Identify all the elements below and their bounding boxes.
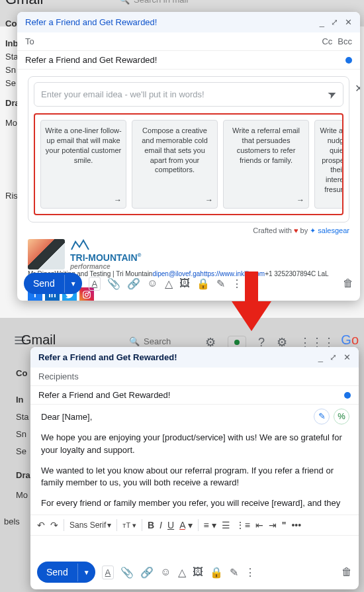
- score-icon[interactable]: %: [334, 409, 349, 424]
- italic-icon[interactable]: I: [159, 520, 162, 530]
- drive-icon[interactable]: △: [165, 277, 173, 290]
- close-icon[interactable]: ✕: [343, 352, 351, 362]
- attach-icon[interactable]: 📎: [107, 277, 120, 290]
- arrow-right-icon: →: [205, 195, 213, 205]
- subject-row[interactable]: Refer a Friend and Get Rewarded!: [17, 51, 360, 70]
- lock-icon[interactable]: 🔒: [197, 277, 210, 290]
- gmail-logo: Gmail: [21, 332, 56, 348]
- compose-header[interactable]: Refer a Friend and Get Rewarded! _ ⤢ ✕: [17, 12, 360, 32]
- red-arrow-annotation: [228, 271, 275, 333]
- sidebar-snoozed: Sn: [5, 65, 16, 75]
- indent-more-icon[interactable]: ⇥: [269, 520, 277, 530]
- quote-icon[interactable]: ": [282, 520, 287, 530]
- text-format-toggle-icon[interactable]: A: [102, 566, 114, 579]
- sidebar-inbox: In: [16, 395, 24, 405]
- send-idea-icon[interactable]: ➤: [326, 87, 339, 102]
- gmail-logo: Gmail: [5, 0, 43, 8]
- indent-less-icon[interactable]: ⇤: [255, 520, 263, 530]
- subject-text: Refer a Friend and Get Rewarded!: [25, 55, 157, 65]
- close-panel-icon[interactable]: ✕: [355, 82, 360, 95]
- minimize-icon[interactable]: _: [318, 352, 323, 362]
- sidebar-compose: Co: [5, 19, 17, 28]
- recipients-label: Recipients: [38, 371, 79, 381]
- cc-link[interactable]: Cc: [322, 36, 332, 46]
- align-icon[interactable]: ≡ ▾: [204, 520, 216, 530]
- sidebar-ris: Ris: [5, 191, 18, 201]
- body-paragraph: We wanted to let you know about our refe…: [41, 465, 348, 490]
- subject-text: Refer a Friend and Get Rewarded!: [38, 390, 170, 400]
- sidebar-starred: Sta: [16, 412, 29, 422]
- labels-header: bels: [4, 517, 20, 526]
- compose-bottombar: Send ▼ A 📎 🔗 ☺ △ 🖼 🔒 ✎ ⋮ 🗑: [30, 555, 359, 589]
- lock-icon[interactable]: 🔒: [210, 566, 223, 579]
- email-body[interactable]: ✎ % Dear [Name], We hope you are enjoyin…: [30, 405, 359, 512]
- sidebar-compose: Co: [16, 368, 27, 378]
- emoji-icon[interactable]: ☺: [147, 277, 158, 289]
- compose-window-top: Refer a Friend and Get Rewarded! _ ⤢ ✕ T…: [17, 12, 360, 301]
- attach-icon[interactable]: 📎: [120, 566, 134, 579]
- redo-icon[interactable]: ↷: [50, 520, 58, 530]
- suggestion-list: Write a one-liner follow-up email that w…: [34, 113, 343, 215]
- sidebar-drafts: Dra: [16, 470, 30, 480]
- link-icon[interactable]: 🔗: [140, 566, 154, 579]
- crafted-by-label: Crafted with ♥ by ✦ salesgear: [28, 226, 349, 235]
- subject-row[interactable]: Refer a Friend and Get Rewarded!: [30, 386, 359, 405]
- compose-title: Refer a Friend and Get Rewarded!: [25, 17, 157, 27]
- bold-icon[interactable]: B: [148, 520, 154, 530]
- undo-icon[interactable]: ↶: [37, 520, 45, 530]
- suggestion-card[interactable]: Write a fun nudge quiet prospects their …: [314, 120, 343, 209]
- compose-header[interactable]: Refer a Friend and Get Rewarded! _ ⤢ ✕: [30, 347, 359, 368]
- pen-icon[interactable]: ✎: [216, 277, 225, 290]
- send-button[interactable]: Send ▼: [24, 273, 82, 294]
- minimize-icon[interactable]: _: [320, 17, 324, 27]
- format-toolbar: ↶ ↷ Sans Serif ▾ тT ▾ B I U A ▾ ≡ ▾ ☰ ⋮≡…: [30, 515, 359, 536]
- popout-icon[interactable]: ⤢: [330, 352, 337, 362]
- suggestion-card[interactable]: Write a one-liner follow-up email that w…: [40, 120, 126, 209]
- popout-icon[interactable]: ⤢: [331, 17, 338, 27]
- close-icon[interactable]: ✕: [345, 17, 352, 27]
- tracking-dot-icon: [344, 392, 351, 399]
- numbered-list-icon[interactable]: ☰: [222, 520, 230, 530]
- send-button[interactable]: Send ▼: [37, 562, 95, 583]
- trash-icon[interactable]: 🗑: [343, 277, 353, 289]
- image-icon[interactable]: 🖼: [193, 566, 203, 578]
- link-icon[interactable]: 🔗: [127, 277, 140, 290]
- google-logo-partial: Go: [341, 332, 359, 348]
- image-icon[interactable]: 🖼: [179, 277, 190, 289]
- suggestion-card[interactable]: Compose a creative and memorable cold em…: [132, 120, 218, 209]
- compose-bottombar: Send ▼ A 📎 🔗 ☺ △ 🖼 🔒 ✎ ⋮ 🗑: [17, 266, 360, 301]
- text-format-toggle-icon[interactable]: A: [89, 277, 101, 291]
- arrow-right-icon: →: [114, 195, 122, 205]
- to-row[interactable]: To Cc Bcc: [17, 32, 360, 51]
- strike-icon[interactable]: •••: [291, 520, 301, 530]
- text-color-icon[interactable]: A ▾: [179, 520, 192, 530]
- bcc-link[interactable]: Bcc: [338, 36, 352, 46]
- greeting-text: Dear [Name],: [41, 411, 348, 424]
- send-options-dropdown[interactable]: ▼: [77, 564, 95, 581]
- recipients-row[interactable]: Recipients: [30, 368, 359, 386]
- suggestion-card[interactable]: Write a referral email that persuades cu…: [223, 120, 309, 209]
- sidebar-sent: Se: [16, 446, 26, 456]
- tracking-dot-icon: [345, 57, 352, 64]
- pen-icon[interactable]: ✎: [230, 566, 238, 579]
- compose-title: Refer a Friend and Get Rewarded!: [38, 352, 177, 362]
- magic-write-icon[interactable]: ✎: [314, 409, 330, 424]
- font-size-icon[interactable]: тT ▾: [122, 521, 136, 530]
- emoji-icon[interactable]: ☺: [160, 566, 171, 578]
- body-paragraph: We hope you are enjoying your [product/s…: [41, 432, 348, 457]
- compose-window-bottom: Refer a Friend and Get Rewarded! _ ⤢ ✕ R…: [30, 347, 359, 589]
- font-select[interactable]: Sans Serif ▾: [69, 520, 111, 530]
- avatar: [28, 239, 65, 270]
- trash-icon[interactable]: 🗑: [341, 566, 352, 578]
- more-icon[interactable]: ⋮: [245, 566, 255, 579]
- sidebar-more: Mo: [5, 118, 17, 128]
- underline-icon[interactable]: U: [167, 520, 174, 530]
- drive-icon[interactable]: △: [178, 566, 186, 579]
- idea-input[interactable]: Enter your email idea - we'll put it in …: [34, 82, 343, 107]
- send-options-dropdown[interactable]: ▼: [64, 275, 82, 293]
- arrow-right-icon: →: [296, 195, 304, 205]
- sidebar-sent: Se: [5, 78, 16, 88]
- search-placeholder-bg: 🔍Search in mail: [119, 0, 188, 5]
- bullet-list-icon[interactable]: ⋮≡: [236, 520, 250, 530]
- sidebar-starred: Sta: [5, 52, 19, 62]
